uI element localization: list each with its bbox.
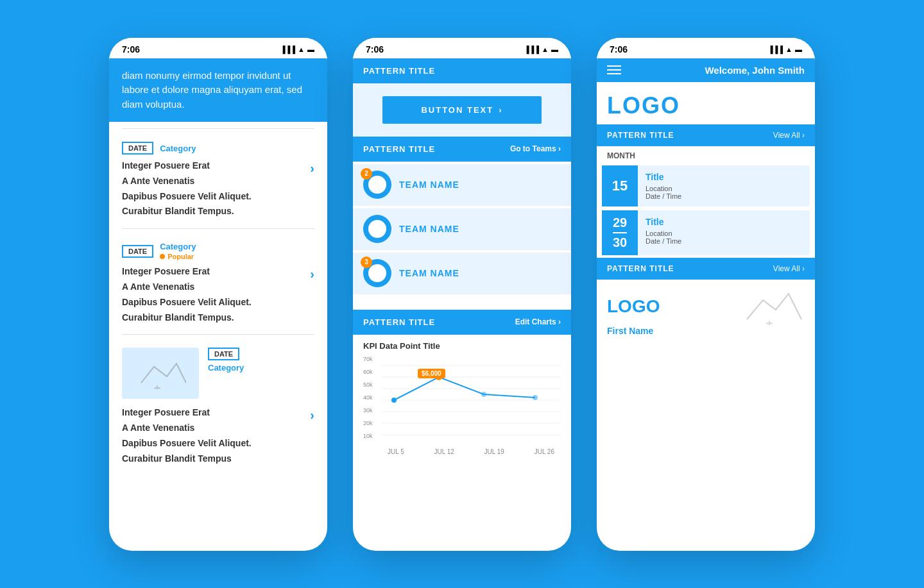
list-line-1-4: Curabitur Blandit Tempus. <box>122 204 252 219</box>
team-item-1[interactable]: 2 TEAM NAME <box>353 164 571 206</box>
team-badge-1: 2 <box>361 168 372 180</box>
teams-section: PATTERN TITLE Go to Teams › 2 TEAM NAME … <box>353 137 571 302</box>
sponsor-view-all[interactable]: View All › <box>773 264 805 273</box>
team-name-2: TEAM NAME <box>399 224 459 234</box>
chevron-3[interactable]: › <box>310 405 314 423</box>
big-button[interactable]: BUTTON TEXT › <box>382 96 541 124</box>
team-item-2[interactable]: TEAM NAME <box>353 208 571 250</box>
hamburger-line-2 <box>607 69 621 71</box>
hamburger-line-1 <box>607 65 621 67</box>
image-placeholder <box>122 348 199 399</box>
battery-icon-2: ▬ <box>551 46 558 53</box>
signal-icon-2: ▐▐▐ <box>524 46 539 53</box>
chart-tooltip: $6,000 <box>418 369 445 378</box>
chevron-1[interactable]: › <box>310 158 314 176</box>
event-date-15: 15 <box>602 165 638 206</box>
event-date-30: 30 <box>613 235 627 250</box>
image-info: DATE Category <box>208 348 244 373</box>
list-item-header-1: DATE Category <box>122 135 314 158</box>
popular-text: Popular <box>167 253 194 260</box>
bottom-logo: LOGO <box>607 296 660 316</box>
list-item-row-3[interactable]: Integer Posuere Erat A Ante Venenatis Da… <box>122 405 314 469</box>
first-name: First Name <box>607 326 805 336</box>
logo-area: LOGO <box>597 82 815 124</box>
list-item-row-2[interactable]: Integer Posuere Erat A Ante Venenatis Da… <box>122 264 314 328</box>
list-line-1-1: Integer Posuere Erat <box>122 158 252 174</box>
chart-x-labels: JUL 5 JUL 12 JUL 19 JUL 26 <box>381 448 561 455</box>
category-3: Category <box>208 363 244 373</box>
status-icons-1: ▐▐▐ ▲ ▬ <box>280 46 314 53</box>
status-bar-2: 7:06 ▐▐▐ ▲ ▬ <box>353 38 571 58</box>
team-badge-3: 3 <box>361 256 372 268</box>
pattern-header-2: PATTERN TITLE Go to Teams › <box>353 137 571 162</box>
event-item-1[interactable]: 15 Title Location Date / Time <box>602 165 810 206</box>
list-line-2-4: Curabitur Blandit Tempus. <box>122 310 252 326</box>
chart-y-labels: 70k 60k 50k 40k 30k 20k 10k <box>363 356 373 439</box>
team-avatar-inner-2 <box>368 220 386 238</box>
date-badge-3: DATE <box>208 348 239 360</box>
bottom-section: PATTERN TITLE View All › LOGO First Name <box>597 258 815 344</box>
pattern-title-2: PATTERN TITLE <box>363 144 435 154</box>
team-item-3[interactable]: 3 TEAM NAME <box>353 253 571 294</box>
list-text-2: Integer Posuere Erat A Ante Venenatis Da… <box>122 264 252 328</box>
list-line-3-1: Integer Posuere Erat <box>122 405 252 421</box>
list-text-1: Integer Posuere Erat A Ante Venenatis Da… <box>122 158 252 222</box>
list-line-3-3: Dapibus Posuere Velit Aliquet. <box>122 436 252 451</box>
blue-text: diam nonumy eirmod tempor invidunt ut la… <box>122 70 302 110</box>
popular-badge: Popular <box>160 253 196 260</box>
status-icons-3: ▐▐▐ ▲ ▬ <box>768 46 802 53</box>
list-line-2-2: A Ante Venenatis <box>122 280 252 295</box>
team-avatar-inner-3 <box>368 264 386 282</box>
phone-1: 7:06 ▐▐▐ ▲ ▬ diam nonumy eirmod tempor i… <box>109 38 327 551</box>
event-title-1: Title <box>646 172 681 182</box>
battery-icon-3: ▬ <box>795 46 802 53</box>
bottom-content: LOGO <box>607 287 805 326</box>
phone-3: 7:06 ▐▐▐ ▲ ▬ Welcome, John Smith LOGO PA… <box>597 38 815 551</box>
wifi-icon-3: ▲ <box>785 46 792 53</box>
list-line-3-4: Curabitur Blandit Tempus <box>122 451 252 467</box>
list-item-row-1[interactable]: Integer Posuere Erat A Ante Venenatis Da… <box>122 158 314 222</box>
team-avatar-inner-1 <box>368 176 386 194</box>
time-1: 7:06 <box>122 44 140 55</box>
team-name-3: TEAM NAME <box>399 268 459 278</box>
event-info-1: Title Location Date / Time <box>638 165 689 206</box>
team-avatar-2 <box>363 215 391 243</box>
bottom-card: LOGO First Name <box>597 280 815 344</box>
button-text: BUTTON TEXT <box>421 105 493 115</box>
blue-text-block: diam nonumy eirmod tempor invidunt ut la… <box>109 58 327 122</box>
list-line-2-1: Integer Posuere Erat <box>122 264 252 280</box>
time-3: 7:06 <box>610 44 628 55</box>
hamburger-line-3 <box>607 73 621 74</box>
event-location-2: Location <box>646 230 681 237</box>
status-bar-3: 7:06 ▐▐▐ ▲ ▬ <box>597 38 815 58</box>
wifi-icon-2: ▲ <box>542 46 549 53</box>
event-date-separator <box>613 232 627 233</box>
pattern-header-3: PATTERN TITLE Edit Charts › <box>353 310 571 335</box>
phone-2: 7:06 ▐▐▐ ▲ ▬ PATTERN TITLE BUTTON TEXT ›… <box>353 38 571 551</box>
hamburger-menu[interactable] <box>607 65 621 74</box>
category-1: Category <box>160 144 196 153</box>
bottom-left: LOGO <box>607 296 660 317</box>
sponsor-section-title: PATTERN TITLE <box>607 264 674 273</box>
battery-icon: ▬ <box>307 46 314 53</box>
signal-icon-3: ▐▐▐ <box>768 46 783 53</box>
popular-dot <box>160 254 165 259</box>
go-to-teams-link[interactable]: Go to Teams › <box>510 144 561 153</box>
date-badge-2: DATE <box>122 245 153 258</box>
category-2: Category <box>160 242 196 251</box>
divider-3 <box>122 334 314 335</box>
sponsor-section-header: PATTERN TITLE View All › <box>597 258 815 280</box>
month-label: MONTH <box>597 146 815 163</box>
events-section-title: PATTERN TITLE <box>607 131 674 140</box>
phones-container: 7:06 ▐▐▐ ▲ ▬ diam nonumy eirmod tempor i… <box>83 12 841 576</box>
event-location-1: Location <box>646 185 681 192</box>
event-item-2[interactable]: 29 30 Title Location Date / Time <box>602 210 810 255</box>
pattern-header-1: PATTERN TITLE <box>353 58 571 83</box>
events-view-all[interactable]: View All › <box>773 131 805 140</box>
image-item: DATE Category <box>122 341 314 405</box>
svg-point-13 <box>533 395 538 400</box>
edit-charts-link[interactable]: Edit Charts › <box>515 317 561 326</box>
button-section: BUTTON TEXT › <box>353 83 571 137</box>
chevron-2[interactable]: › <box>310 264 314 281</box>
wifi-icon: ▲ <box>298 46 305 53</box>
